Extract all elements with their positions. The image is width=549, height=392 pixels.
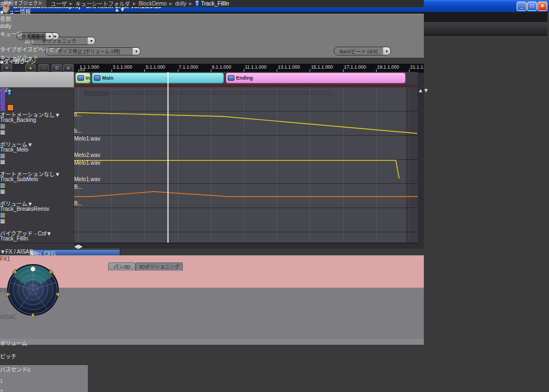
list-view-button[interactable]: ≡ [63, 64, 74, 72]
ruler-tick-label: 17.1.1.000 [344, 64, 366, 70]
track-name: Track_Backing [0, 117, 36, 123]
track-header[interactable]: TTrack_Melo▥▦オートメーションなし▼ [0, 147, 74, 176]
track-volume-slider[interactable] [0, 135, 38, 140]
clip[interactable] [74, 232, 82, 243]
scroll-down-button[interactable]: ▼ [423, 87, 429, 93]
track-lane[interactable] [74, 232, 418, 243]
fx-volume-slider[interactable] [0, 347, 65, 352]
block[interactable]: Main [92, 72, 224, 83]
type-label: タイプ [0, 47, 16, 53]
ruler-tick-label: 11.1.1.000 [245, 64, 267, 70]
breadcrumb-item[interactable]: BlockDemo [138, 1, 166, 7]
clip[interactable]: Melo1.wav [74, 160, 108, 176]
track-grid-button[interactable]: ▦ [0, 129, 74, 135]
aisac-tab[interactable]: AISAC [0, 314, 424, 339]
record-button[interactable]: ● [25, 64, 36, 72]
minimize-button[interactable]: _ [517, 2, 526, 11]
breadcrumb-item[interactable]: dolly [175, 1, 187, 7]
ruler-tick-label: 15.1.1.000 [311, 64, 333, 70]
track-lane[interactable]: b...b...b...b...b...b...b...b...b...b...… [74, 111, 418, 136]
ruler-tick-label: 5.1.1.000 [145, 64, 165, 70]
track-header[interactable]: TTrack_SubMelo▥▦ボリューム▼ [0, 176, 74, 206]
automation-select[interactable]: ボリューム▼ [0, 199, 55, 206]
track-lane[interactable] [74, 87, 418, 111]
scroll-up-button[interactable]: ▲ [418, 87, 423, 93]
clip[interactable]: b... [74, 128, 89, 136]
track-mute-button[interactable]: ▥ [0, 123, 74, 129]
maximize-button[interactable]: □ [527, 2, 537, 11]
close-button[interactable]: × [537, 2, 547, 11]
chevron-down-icon[interactable]: ▼ [132, 48, 140, 55]
track-lane[interactable]: Melo1.wavMelo2.wavMelo1.wavMelo1.wavMelo… [74, 136, 418, 160]
breadcrumb-item[interactable]: ユーザ [51, 0, 67, 8]
breadcrumb-separator-icon: ▶ [70, 2, 72, 6]
automation-select[interactable]: オートメーションなし▼ [0, 170, 63, 176]
track-lane[interactable]: B...B...B...B...B...B...B...B... [74, 184, 418, 208]
fx-pitch-slider[interactable] [0, 360, 65, 365]
pan-3d-positioning-tab[interactable]: 3Dポジショニング [136, 262, 183, 271]
chevron-down-icon[interactable]: ▼ [383, 47, 390, 55]
track-mute-button[interactable]: ▥ [0, 182, 74, 188]
breadcrumb-separator-icon: ▶ [189, 2, 192, 6]
timeline-v-scrollbar[interactable]: ▲▼ [418, 87, 424, 243]
clip[interactable]: Melo1.wav [74, 176, 107, 184]
chevron-down-icon[interactable]: ▼ [87, 37, 95, 44]
bus-send-slider[interactable] [0, 373, 49, 378]
bus-send-number: 0 [27, 367, 30, 373]
clip[interactable]: Melo2.wav [74, 152, 141, 160]
clip[interactable]: B... [74, 184, 91, 200]
automation-select[interactable]: オートメーションなし▼ [0, 110, 63, 117]
chevron-down-icon[interactable]: ▼ [46, 33, 53, 40]
block[interactable]: Ending [226, 72, 406, 83]
waveform [74, 124, 89, 128]
track-grid-button[interactable]: ▦ [0, 218, 74, 224]
breadcrumb-item[interactable]: Track_FillIn [201, 1, 229, 7]
clip[interactable]: B... [74, 200, 91, 208]
track-grid-button[interactable]: ▦ [0, 188, 74, 194]
playhead[interactable] [167, 72, 169, 243]
bus-send-group: バスセンド01234567 [0, 365, 88, 392]
automation-select[interactable]: バイクアッド - Cof▼ [0, 229, 55, 236]
track-content-area[interactable]: b...b...b...b...b...b...b...b...b...b...… [74, 87, 418, 243]
track-lane[interactable] [74, 208, 418, 232]
add-track-button[interactable]: + [2, 64, 12, 72]
block-lane-header [0, 72, 74, 88]
breadcrumb-item[interactable]: キューシートフォルダ [75, 0, 130, 8]
track-lane[interactable]: Melo1.wavMelo1.wavMelo1.wavMelo1.wav [74, 160, 418, 184]
clip-header: Melo1.wav [74, 160, 108, 166]
track-header[interactable]: TTrack_BreaksRemix▥▦バイクアッド - Cof▼ [0, 206, 74, 236]
chevron-down-icon[interactable]: ▼ [55, 171, 60, 177]
block[interactable]: In [75, 72, 91, 83]
pan3d-tab[interactable]: パン3D [108, 262, 136, 271]
display-unit-select[interactable]: Bars/ビート (4/4)▼ [334, 47, 391, 55]
bus-send-slider[interactable] [0, 384, 49, 388]
track-volume-slider[interactable] [0, 194, 38, 199]
clip[interactable]: Melo1.wav [74, 136, 142, 152]
track-header[interactable]: TTrack_Backing▥▦ボリューム▼ [0, 117, 74, 147]
timeline-ruler[interactable]: 1.1.1.0003.1.1.0005.1.1.0007.1.1.0009.1.… [74, 64, 424, 72]
offtrack-shade [406, 87, 418, 243]
ruler-tick-label: 13.1.1.000 [278, 64, 300, 70]
track-volume-slider[interactable] [0, 165, 38, 170]
track-volume-slider[interactable] [0, 224, 38, 229]
track-header-column: dolly▥▦オートメーションなし▼TTrack_Backing▥▦ボリューム▼… [0, 87, 74, 243]
voice-behavior-select[interactable]: ボイス停止 [ボリューム 0時]▼ [45, 47, 141, 55]
track-mute-button[interactable]: ▥ [0, 153, 74, 159]
breadcrumb-separator-icon: ▶ [170, 2, 172, 6]
track-volume-slider[interactable] [0, 105, 38, 110]
pan-circle[interactable] [5, 262, 60, 317]
track-mute-button[interactable]: ▥ [0, 212, 74, 218]
timeline-panel: +●∿⚿≡1.1.1.0003.1.1.0005.1.1.0007.1.1.00… [0, 64, 424, 249]
priority-type-select[interactable]: 後着優先▼ [16, 32, 54, 40]
chevron-down-icon[interactable]: ▼ [55, 112, 60, 118]
scroll-thumb[interactable] [418, 93, 424, 189]
track-grid-button[interactable]: ▦ [0, 159, 74, 165]
automation-color-swatch[interactable] [7, 104, 14, 111]
automation-button[interactable]: ∿ [38, 64, 49, 72]
clip[interactable]: b... [74, 111, 89, 128]
fx2-tab[interactable]: FX2 [0, 288, 424, 314]
automation-select[interactable]: ボリューム▼ [0, 140, 55, 147]
lock-button[interactable]: ⚿ [52, 64, 62, 72]
fx1-tab[interactable]: FX1 [0, 256, 424, 288]
chevron-down-icon[interactable]: ▼ [46, 231, 52, 237]
